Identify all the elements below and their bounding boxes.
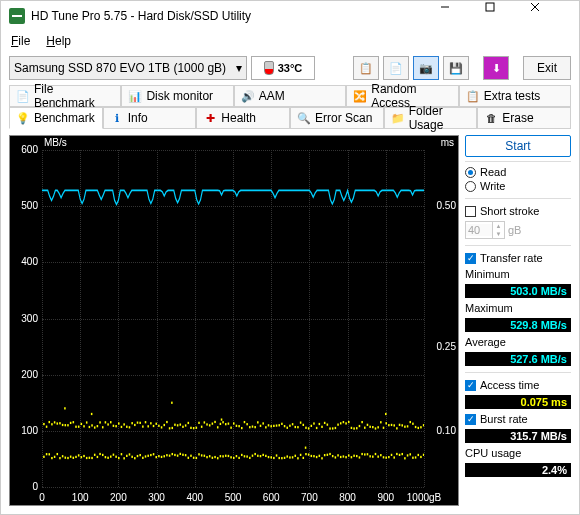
svg-rect-51 bbox=[169, 427, 171, 429]
tab-extra-tests[interactable]: 📋Extra tests bbox=[459, 85, 571, 107]
svg-rect-130 bbox=[380, 421, 382, 423]
svg-rect-143 bbox=[415, 426, 417, 428]
svg-rect-162 bbox=[83, 455, 85, 457]
exit-button[interactable]: Exit bbox=[523, 56, 571, 80]
drive-select-text: Samsung SSD 870 EVO 1TB (1000 gB) bbox=[14, 61, 226, 75]
svg-rect-254 bbox=[329, 453, 331, 455]
svg-rect-74 bbox=[230, 427, 232, 429]
svg-rect-233 bbox=[273, 457, 275, 459]
svg-rect-240 bbox=[292, 456, 294, 458]
svg-rect-164 bbox=[89, 457, 91, 459]
svg-rect-76 bbox=[236, 425, 238, 427]
svg-rect-62 bbox=[198, 422, 200, 424]
svg-rect-119 bbox=[351, 427, 353, 429]
svg-rect-171 bbox=[107, 457, 109, 459]
svg-rect-261 bbox=[348, 454, 350, 456]
tab-folder-usage[interactable]: 📁Folder Usage bbox=[384, 107, 478, 129]
svg-rect-95 bbox=[286, 427, 288, 429]
tab-benchmark[interactable]: 💡Benchmark bbox=[9, 107, 103, 129]
monitor-icon: 📊 bbox=[128, 89, 142, 103]
svg-rect-115 bbox=[340, 422, 342, 424]
svg-rect-290 bbox=[64, 407, 66, 409]
svg-rect-122 bbox=[359, 425, 361, 427]
svg-rect-175 bbox=[118, 457, 120, 459]
svg-rect-272 bbox=[377, 456, 379, 458]
svg-rect-289 bbox=[423, 454, 424, 456]
svg-rect-182 bbox=[137, 455, 139, 457]
svg-rect-104 bbox=[311, 425, 313, 427]
access-time-check[interactable]: ✓ bbox=[465, 380, 476, 391]
svg-rect-173 bbox=[113, 454, 115, 456]
tab-health[interactable]: ✚Health bbox=[196, 107, 290, 129]
options-button[interactable]: ⬇ bbox=[483, 56, 509, 80]
drive-select[interactable]: Samsung SSD 870 EVO 1TB (1000 gB) ▾ bbox=[9, 56, 247, 80]
svg-rect-38 bbox=[134, 424, 136, 426]
svg-rect-230 bbox=[265, 455, 267, 457]
svg-rect-70 bbox=[220, 423, 222, 425]
svg-rect-193 bbox=[166, 454, 168, 456]
menu-help[interactable]: Help bbox=[40, 33, 77, 49]
menu-file[interactable]: File bbox=[5, 33, 36, 49]
svg-rect-105 bbox=[313, 422, 315, 424]
svg-rect-37 bbox=[131, 422, 133, 424]
tab-info[interactable]: ℹInfo bbox=[103, 107, 197, 129]
svg-rect-263 bbox=[353, 455, 355, 457]
read-radio[interactable] bbox=[465, 167, 476, 178]
tab-disk-monitor[interactable]: 📊Disk monitor bbox=[121, 85, 233, 107]
svg-rect-258 bbox=[340, 456, 342, 458]
svg-rect-210 bbox=[212, 457, 214, 459]
svg-rect-269 bbox=[369, 455, 371, 457]
svg-rect-29 bbox=[110, 421, 112, 423]
svg-rect-146 bbox=[423, 424, 424, 426]
svg-rect-145 bbox=[420, 426, 422, 428]
svg-rect-167 bbox=[97, 456, 99, 458]
svg-rect-8 bbox=[54, 421, 56, 423]
svg-rect-36 bbox=[129, 426, 131, 428]
svg-rect-154 bbox=[62, 455, 64, 457]
start-button[interactable]: Start bbox=[465, 135, 571, 157]
svg-rect-245 bbox=[305, 453, 307, 455]
svg-rect-5 bbox=[46, 426, 48, 428]
svg-rect-223 bbox=[246, 455, 248, 457]
svg-rect-144 bbox=[418, 427, 420, 429]
svg-rect-141 bbox=[409, 421, 411, 423]
svg-rect-198 bbox=[180, 453, 182, 455]
close-button[interactable] bbox=[530, 2, 575, 30]
svg-rect-101 bbox=[303, 424, 305, 426]
svg-rect-66 bbox=[209, 424, 211, 426]
svg-rect-229 bbox=[262, 454, 264, 456]
svg-rect-266 bbox=[361, 453, 363, 455]
tab-aam[interactable]: 🔊AAM bbox=[234, 85, 346, 107]
svg-rect-234 bbox=[276, 454, 278, 456]
svg-rect-92 bbox=[278, 424, 280, 426]
svg-rect-27 bbox=[105, 421, 107, 423]
transfer-rate-check[interactable]: ✓ bbox=[465, 253, 476, 264]
minimum-label: Minimum bbox=[465, 268, 571, 280]
svg-rect-107 bbox=[319, 423, 321, 425]
copy-screenshot-button[interactable]: 📄 bbox=[383, 56, 409, 80]
short-stroke-check[interactable] bbox=[465, 206, 476, 217]
svg-rect-214 bbox=[222, 455, 224, 457]
screenshot-button[interactable]: 📷 bbox=[413, 56, 439, 80]
chevron-down-icon: ▾ bbox=[236, 61, 242, 75]
maximize-button[interactable] bbox=[485, 2, 530, 30]
svg-rect-23 bbox=[94, 426, 96, 428]
svg-rect-232 bbox=[270, 456, 272, 458]
tab-file-benchmark[interactable]: 📄File Benchmark bbox=[9, 85, 121, 107]
tab-erase[interactable]: 🗑Erase bbox=[477, 107, 571, 129]
svg-rect-13 bbox=[67, 424, 69, 426]
svg-rect-220 bbox=[238, 457, 240, 459]
svg-rect-61 bbox=[196, 427, 198, 429]
tab-error-scan[interactable]: 🔍Error Scan bbox=[290, 107, 384, 129]
svg-rect-165 bbox=[91, 457, 93, 459]
burst-rate-check[interactable]: ✓ bbox=[465, 414, 476, 425]
svg-rect-199 bbox=[182, 454, 184, 456]
save-button[interactable]: 💾 bbox=[443, 56, 469, 80]
svg-rect-83 bbox=[254, 426, 256, 428]
minimize-button[interactable] bbox=[440, 2, 485, 30]
access-time-value: 0.075 ms bbox=[465, 395, 571, 409]
copy-info-button[interactable]: 📋 bbox=[353, 56, 379, 80]
temperature-display: 33°C bbox=[251, 56, 315, 80]
write-radio[interactable] bbox=[465, 181, 476, 192]
svg-rect-291 bbox=[91, 413, 93, 415]
